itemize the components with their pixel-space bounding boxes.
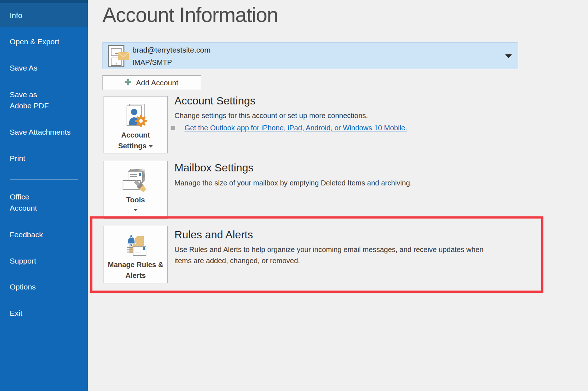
add-account-label: Add Account	[136, 78, 178, 87]
mailbox-cleanup-icon	[122, 168, 149, 194]
account-information-panel: Account Information brad@terrytestsite.c…	[88, 0, 588, 391]
get-outlook-app-link[interactable]: Get the Outlook app for iPhone, iPad, An…	[184, 124, 407, 132]
section-desc-mailbox-settings: Manage the size of your mailbox by empty…	[174, 177, 520, 189]
section-heading-mailbox-settings: Mailbox Settings	[174, 162, 254, 174]
section-heading-rules-and-alerts: Rules and Alerts	[174, 229, 253, 241]
account-settings-button-label: Account Settings	[104, 129, 167, 151]
sidebar-item-label: Exit	[10, 309, 22, 317]
account-protocol: IMAP/SMTP	[132, 58, 172, 67]
sidebar-item-label: Open & Export	[10, 37, 59, 46]
sidebar-item-label: Options	[10, 283, 36, 291]
sidebar-item-save-as-adobe-pdf[interactable]: Save as Adobe PDF	[0, 89, 65, 111]
sidebar-item-label: Save As	[10, 64, 37, 72]
add-account-button[interactable]: Add Account	[102, 75, 201, 90]
mailbox-cleanup-tools-button[interactable]: Tools	[104, 161, 168, 219]
section-desc-account-settings: Change settings for this account or set …	[174, 110, 498, 121]
chevron-down-icon[interactable]	[505, 54, 512, 58]
bullet-square-icon	[171, 126, 175, 130]
section-heading-account-settings: Account Settings	[174, 95, 255, 107]
account-type-icon	[108, 45, 129, 69]
page-title: Account Information	[102, 3, 278, 27]
manage-rules-alerts-button-label: Manage Rules & Alerts	[104, 259, 167, 281]
sidebar-item-label: Support	[10, 257, 36, 265]
account-settings-button[interactable]: Account Settings	[104, 96, 168, 153]
sidebar-item-label: Print	[10, 154, 25, 162]
rules-alerts-icon	[123, 233, 148, 259]
sidebar-item-label: Feedback	[10, 230, 43, 239]
sidebar-item-feedback[interactable]: Feedback	[0, 229, 88, 240]
sidebar-item-save-as[interactable]: Save As	[0, 62, 88, 73]
sidebar-item-support[interactable]: Support	[0, 255, 88, 266]
backstage-sidebar: Info Open & Export Save As Save as Adobe…	[0, 0, 88, 391]
sidebar-divider	[10, 179, 78, 180]
section-desc-rules-and-alerts: Use Rules and Alerts to help organize yo…	[174, 244, 484, 266]
manage-rules-alerts-button[interactable]: Manage Rules & Alerts	[104, 226, 168, 283]
sidebar-item-label: Save as Adobe PDF	[10, 90, 49, 110]
sidebar-top-strip	[0, 0, 88, 3]
sidebar-item-label: Save Attachments	[10, 128, 70, 136]
chevron-down-icon	[133, 209, 138, 211]
account-email: brad@terrytestsite.com	[132, 46, 210, 54]
sidebar-item-options[interactable]: Options	[0, 281, 88, 292]
sidebar-item-print[interactable]: Print	[0, 153, 88, 164]
sidebar-item-label: Office Account	[10, 193, 37, 212]
tools-button-label: Tools	[123, 194, 148, 205]
sidebar-item-save-attachments[interactable]: Save Attachments	[0, 126, 88, 138]
sidebar-item-office-account[interactable]: Office Account	[0, 191, 54, 214]
plus-icon	[125, 79, 131, 86]
sidebar-item-open-export[interactable]: Open & Export	[0, 36, 88, 47]
sidebar-item-info[interactable]: Info	[0, 3, 88, 27]
account-settings-icon	[124, 103, 147, 129]
chevron-down-icon	[149, 145, 153, 148]
sidebar-item-label: Info	[10, 10, 22, 21]
account-selector[interactable]: brad@terrytestsite.com IMAP/SMTP	[102, 42, 518, 69]
sidebar-item-exit[interactable]: Exit	[0, 307, 88, 319]
